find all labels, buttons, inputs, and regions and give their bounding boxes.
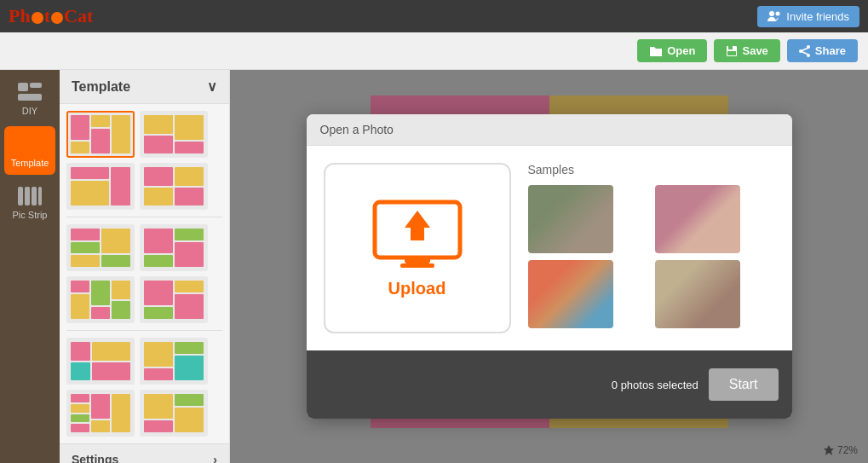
left-nav: DIY Template Pic Strip — [0, 70, 60, 463]
svg-rect-11 — [30, 83, 42, 88]
template-grid — [60, 104, 229, 443]
template-thumb-11[interactable] — [66, 390, 135, 437]
canvas-area: 72% Open a Photo — [230, 70, 868, 463]
template-thumb-10[interactable] — [140, 338, 208, 385]
svg-point-1 — [776, 12, 780, 16]
header: PhtCat Invite friends — [0, 0, 868, 32]
template-thumb-5[interactable] — [66, 224, 135, 271]
template-icon — [16, 133, 43, 155]
picstrip-icon — [16, 185, 43, 207]
invite-friends-button[interactable]: Invite friends — [757, 6, 859, 27]
template-thumb-3[interactable] — [66, 163, 135, 210]
modal-footer: 0 photos selected Start — [307, 350, 792, 419]
modal-header: Open a Photo — [307, 114, 792, 146]
photos-selected-count: 0 photos selected — [612, 379, 698, 391]
template-thumb-6[interactable] — [140, 224, 208, 271]
diy-icon — [16, 81, 43, 103]
toolbar: Open Save Share — [0, 32, 868, 70]
template-thumb-7[interactable] — [66, 276, 135, 323]
nav-item-picstrip[interactable]: Pic Strip — [4, 178, 55, 227]
upload-area[interactable]: Upload — [324, 163, 511, 333]
template-thumb-1[interactable] — [66, 111, 135, 158]
start-button[interactable]: Start — [709, 368, 779, 401]
upload-label: Upload — [388, 279, 446, 298]
template-thumb-8[interactable] — [140, 276, 208, 323]
svg-rect-13 — [18, 135, 28, 143]
sidebar-header: Template ∨ — [60, 70, 229, 104]
chevron-down-icon: ∨ — [207, 78, 217, 95]
samples-grid — [528, 185, 775, 328]
svg-rect-14 — [30, 135, 42, 140]
modal-body: Upload Samples — [307, 146, 792, 350]
template-thumb-4[interactable] — [140, 163, 208, 210]
modal-overlay: Open a Photo Uplo — [230, 70, 868, 463]
upload-icon — [371, 198, 464, 270]
template-thumb-9[interactable] — [66, 338, 135, 385]
settings-link[interactable]: Settings › — [60, 443, 229, 463]
samples-area: Samples — [528, 163, 775, 333]
save-icon — [726, 45, 738, 57]
svg-rect-23 — [405, 258, 430, 263]
people-icon — [767, 10, 781, 22]
svg-line-9 — [802, 51, 808, 54]
sample-image-1[interactable] — [528, 185, 613, 253]
main-area: DIY Template Pic Strip Template ∨ — [0, 70, 868, 463]
svg-line-8 — [802, 48, 808, 50]
svg-rect-19 — [38, 187, 42, 205]
svg-rect-24 — [400, 263, 434, 268]
sample-image-4[interactable] — [655, 260, 740, 328]
svg-rect-18 — [32, 187, 37, 205]
svg-rect-15 — [18, 146, 42, 153]
svg-rect-3 — [728, 46, 733, 49]
template-thumb-2[interactable] — [140, 111, 208, 158]
folder-icon — [649, 45, 663, 57]
open-photo-modal: Open a Photo Uplo — [307, 114, 792, 419]
sample-image-2[interactable] — [655, 185, 740, 253]
svg-rect-4 — [727, 51, 736, 55]
svg-marker-22 — [405, 211, 430, 240]
share-button[interactable]: Share — [787, 39, 858, 62]
open-button[interactable]: Open — [637, 39, 707, 62]
save-button[interactable]: Save — [714, 39, 779, 62]
sidebar: Template ∨ — [60, 70, 230, 463]
samples-title: Samples — [528, 163, 775, 177]
share-icon — [799, 45, 811, 57]
nav-item-diy[interactable]: DIY — [4, 74, 55, 123]
chevron-right-icon: › — [213, 453, 217, 463]
svg-rect-10 — [18, 83, 28, 91]
logo: PhtCat — [9, 5, 93, 27]
template-thumb-12[interactable] — [140, 390, 208, 437]
nav-item-template[interactable]: Template — [4, 126, 55, 175]
svg-rect-17 — [25, 187, 30, 205]
sample-image-3[interactable] — [528, 260, 613, 328]
svg-rect-12 — [18, 94, 42, 101]
svg-point-0 — [769, 11, 774, 16]
svg-rect-16 — [18, 187, 23, 205]
